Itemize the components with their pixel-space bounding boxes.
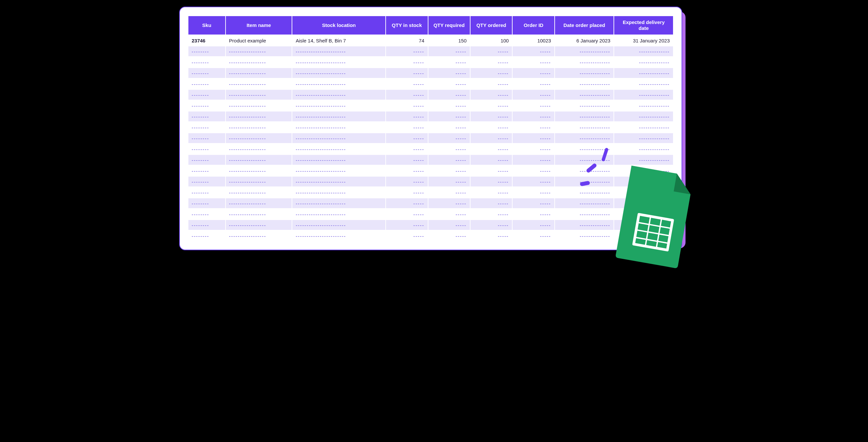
cell-placeholder: ----------------------- (292, 231, 385, 241)
cell-placeholder: ----------------------- (292, 144, 385, 154)
cell-placeholder: ----- (470, 198, 512, 208)
cell-placeholder: ----------------------- (292, 79, 385, 89)
cell-placeholder: ----- (470, 79, 512, 89)
cell-placeholder: ----- (386, 198, 427, 208)
cell-placeholder: ----- (470, 166, 512, 176)
table-row-placeholder: ----------------------------------------… (188, 133, 673, 143)
cell-qty-required[interactable]: 150 (428, 35, 470, 46)
cell-placeholder: -------- (188, 68, 225, 78)
table-row[interactable]: 23746Product exampleAisle 14, Shelf B, B… (188, 35, 673, 46)
cell-placeholder: ----- (386, 133, 427, 143)
cell-placeholder: ----- (513, 90, 554, 100)
cell-placeholder: ----- (470, 112, 512, 121)
cell-placeholder: ----------------- (226, 220, 292, 230)
table-row-placeholder: ----------------------------------------… (188, 177, 673, 186)
cell-placeholder: -------------- (555, 90, 614, 100)
cell-placeholder: ----- (470, 90, 512, 100)
col-header-stock-location: Stock location (292, 16, 385, 34)
cell-placeholder: ----- (513, 79, 554, 89)
cell-placeholder: ----- (470, 100, 512, 111)
cell-placeholder: ----- (428, 155, 470, 165)
cell-placeholder: ----- (513, 198, 554, 208)
cell-placeholder: -------------- (555, 133, 614, 143)
table-row-placeholder: ----------------------------------------… (188, 220, 673, 230)
cell-placeholder: ----- (470, 231, 512, 241)
table-row-placeholder: ----------------------------------------… (188, 187, 673, 197)
cell-placeholder: -------------- (614, 144, 673, 154)
cell-placeholder: ----- (470, 68, 512, 78)
cell-placeholder: -------- (188, 144, 225, 154)
cell-placeholder: ----------------------- (292, 68, 385, 78)
cell-placeholder: -------------- (555, 68, 614, 78)
cell-placeholder: ----------------------- (292, 187, 385, 197)
cell-placeholder: -------------- (614, 90, 673, 100)
cell-qty-ordered[interactable]: 100 (470, 35, 512, 46)
col-header-qty-ordered: QTY ordered (470, 16, 512, 34)
table-row-placeholder: ----------------------------------------… (188, 166, 673, 176)
cell-placeholder: -------------- (614, 122, 673, 132)
cell-placeholder: ----------------------- (292, 47, 385, 56)
cell-placeholder: ----- (428, 133, 470, 143)
table-row-placeholder: ----------------------------------------… (188, 57, 673, 67)
cell-placeholder: ----------------------- (292, 198, 385, 208)
cell-placeholder: ----- (428, 209, 470, 219)
cell-placeholder: ----- (386, 47, 427, 56)
cell-placeholder: ----- (513, 122, 554, 132)
cell-placeholder: ----------------- (226, 90, 292, 100)
cell-placeholder: -------- (188, 220, 225, 230)
cell-order-id[interactable]: 10023 (513, 35, 554, 46)
table-row-placeholder: ----------------------------------------… (188, 209, 673, 219)
cell-placeholder: ----- (428, 100, 470, 111)
cell-placeholder: ----- (513, 133, 554, 143)
cell-placeholder: -------------- (555, 112, 614, 121)
cell-date-order-placed[interactable]: 6 January 2023 (555, 35, 614, 46)
cell-expected-delivery-date[interactable]: 31 January 2023 (614, 35, 673, 46)
cell-placeholder: -------- (188, 133, 225, 143)
table-row-placeholder: ----------------------------------------… (188, 155, 673, 165)
cell-placeholder: ----- (386, 100, 427, 111)
cell-placeholder: ----- (513, 144, 554, 154)
cell-item-name[interactable]: Product example (226, 35, 292, 46)
cell-placeholder: ----- (386, 231, 427, 241)
cell-placeholder: ----- (386, 177, 427, 186)
cell-placeholder: ----- (470, 133, 512, 143)
cell-placeholder: -------------- (614, 79, 673, 89)
col-header-order-id: Order ID (513, 16, 554, 34)
cell-placeholder: ----- (428, 57, 470, 67)
cell-placeholder: ----------------- (226, 166, 292, 176)
cell-placeholder: ----- (428, 177, 470, 186)
cell-placeholder: ----- (470, 209, 512, 219)
cell-placeholder: ----------------- (226, 231, 292, 241)
cell-placeholder: ----- (513, 47, 554, 56)
cell-placeholder: -------- (188, 100, 225, 111)
cell-placeholder: -------------- (614, 47, 673, 56)
cell-placeholder: -------- (188, 47, 225, 56)
cell-placeholder: ----------------- (226, 100, 292, 111)
cell-qty-in-stock[interactable]: 74 (386, 35, 427, 46)
cell-placeholder: -------------- (555, 57, 614, 67)
cell-placeholder: ----- (386, 68, 427, 78)
cell-placeholder: -------------- (614, 100, 673, 111)
cell-sku[interactable]: 23746 (188, 35, 225, 46)
table-row-placeholder: ----------------------------------------… (188, 68, 673, 78)
cell-placeholder: ----------------------- (292, 133, 385, 143)
cell-placeholder: -------- (188, 79, 225, 89)
cell-placeholder: -------- (188, 209, 225, 219)
cell-placeholder: ----------------- (226, 68, 292, 78)
cell-placeholder: -------- (188, 177, 225, 186)
cell-placeholder: ----- (513, 68, 554, 78)
cell-placeholder: ----- (428, 122, 470, 132)
cell-placeholder: ----------------- (226, 133, 292, 143)
cell-placeholder: ----------------------- (292, 209, 385, 219)
cell-placeholder: ----- (470, 47, 512, 56)
cell-placeholder: ----- (470, 122, 512, 132)
cell-placeholder: ----------------- (226, 209, 292, 219)
cell-placeholder: ----------------- (226, 155, 292, 165)
cell-placeholder: ----- (513, 231, 554, 241)
inventory-table: Sku Item name Stock location QTY in stoc… (188, 15, 674, 242)
cell-stock-location[interactable]: Aisle 14, Shelf B, Bin 7 (292, 35, 385, 46)
cell-placeholder: -------- (188, 166, 225, 176)
cell-placeholder: -------------- (614, 57, 673, 67)
table-header-row: Sku Item name Stock location QTY in stoc… (188, 16, 673, 34)
cell-placeholder: ----- (470, 220, 512, 230)
